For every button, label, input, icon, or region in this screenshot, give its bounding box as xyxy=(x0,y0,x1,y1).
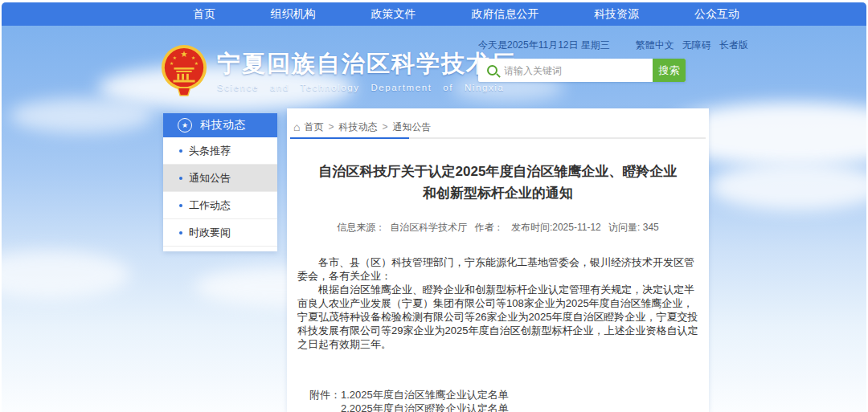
svg-text:★: ★ xyxy=(180,49,188,59)
sidebar: ★ 科技动态 头条推荐 通知公告 工作动态 时政要闻 xyxy=(163,113,277,251)
svg-text:★: ★ xyxy=(194,61,199,66)
cloud xyxy=(709,162,866,210)
top-navigation: 首页 组织机构 政策文件 政府信息公开 科技资源 公众互动 xyxy=(2,2,866,26)
link-accessibility[interactable]: 无障碍 xyxy=(682,39,711,52)
nav-item-policy-documents[interactable]: 政策文件 xyxy=(363,2,424,26)
site-logo[interactable]: ★ ★ ★ ★ ★ 宁夏回族自治区科学技术厅 Science and Techn… xyxy=(161,44,516,97)
current-date: 今天是2025年11月12日 星期三 xyxy=(478,39,610,52)
sidebar-item-notices[interactable]: 通知公告 xyxy=(163,165,277,192)
meta-publish-time: 发布时间:2025-11-12 xyxy=(511,222,601,233)
bullet-icon xyxy=(179,231,182,235)
nav-item-home[interactable]: 首页 xyxy=(185,2,223,26)
top-info-bar: 今天是2025年11月12日 星期三 繁體中文 无障碍 长者版 xyxy=(478,39,707,52)
site-subtitle: Science and Technology Department of Nin… xyxy=(217,83,516,92)
article-title-line2: 和创新型标杆企业的通知 xyxy=(309,182,686,204)
article-paragraph: 各市、县（区）科技管理部门，宁东能源化工基地管委会，银川经济技术开发区管委会，各… xyxy=(297,255,699,283)
meta-visit-count: 访问量: 345 xyxy=(608,222,659,233)
home-icon[interactable]: ⌂ xyxy=(293,121,300,133)
sidebar-item-work-updates[interactable]: 工作动态 xyxy=(163,192,277,219)
bullet-icon xyxy=(179,177,182,180)
attachment-link-eagle-list[interactable]: 1.2025年度自治区雏鹰企业认定名单 xyxy=(341,388,540,402)
sidebar-list: 头条推荐 通知公告 工作动态 时政要闻 xyxy=(163,137,277,251)
national-emblem-icon: ★ ★ ★ ★ ★ xyxy=(161,44,207,97)
sidebar-item-label: 工作动态 xyxy=(189,198,231,213)
page: 首页 组织机构 政策文件 政府信息公开 科技资源 公众互动 ★ ★ ★ ★ ★ xyxy=(0,0,868,412)
search-icon xyxy=(487,65,497,75)
star-circle-icon: ★ xyxy=(178,118,192,133)
nav-item-gov-info-disclosure[interactable]: 政府信息公开 xyxy=(463,2,547,26)
svg-text:★: ★ xyxy=(173,55,177,60)
attachments-label: 附件： xyxy=(309,388,341,412)
nav-item-sci-tech-resources[interactable]: 科技资源 xyxy=(586,2,647,26)
sidebar-item-label: 头条推荐 xyxy=(189,144,231,158)
bullet-icon xyxy=(179,204,182,207)
site-titles: 宁夏回族自治区科学技术厅 Science and Technology Depa… xyxy=(217,44,516,92)
article-title-line1: 自治区科技厅关于认定2025年度自治区雏鹰企业、瞪羚企业 xyxy=(309,161,686,182)
attachments: 附件： 1.2025年度自治区雏鹰企业认定名单 2.2025年度自治区瞪羚企业认… xyxy=(309,388,699,412)
breadcrumb-separator: > xyxy=(328,121,334,133)
link-traditional-chinese[interactable]: 繁體中文 xyxy=(636,39,674,52)
sidebar-item-current-politics[interactable]: 时政要闻 xyxy=(163,219,277,247)
sidebar-header: ★ 科技动态 xyxy=(163,113,277,137)
site-title: 宁夏回族自治区科学技术厅 xyxy=(217,50,516,77)
breadcrumb-separator: > xyxy=(382,121,387,133)
cloud xyxy=(2,251,130,299)
breadcrumb-sci-tech-news[interactable]: 科技动态 xyxy=(338,120,377,134)
breadcrumb-accent-bar xyxy=(290,137,409,139)
sidebar-item-label: 时政要闻 xyxy=(189,226,231,240)
breadcrumb-divider xyxy=(290,137,706,139)
svg-text:★: ★ xyxy=(170,61,174,66)
article-body: 各市、县（区）科技管理部门，宁东能源化工基地管委会，银川经济技术开发区管委会，各… xyxy=(297,255,699,351)
meta-source-value: 自治区科学技术厅 xyxy=(390,222,467,233)
nav-item-organization[interactable]: 组织机构 xyxy=(263,2,324,26)
breadcrumb-notices[interactable]: 通知公告 xyxy=(393,120,432,134)
search-box: 搜索 xyxy=(478,59,686,82)
sidebar-item-label: 通知公告 xyxy=(189,171,231,186)
article-meta: 信息来源：自治区科学技术厅 作者： 发布时间:2025-11-12 访问量: 3… xyxy=(287,221,709,235)
meta-author-label: 作者： xyxy=(475,222,504,233)
main-content: ⌂ 首页 > 科技动态 > 通知公告 自治区科技厅关于认定2025年度自治区雏鹰… xyxy=(287,108,709,412)
article-title: 自治区科技厅关于认定2025年度自治区雏鹰企业、瞪羚企业 和创新型标杆企业的通知 xyxy=(287,161,709,204)
link-elder-version[interactable]: 长者版 xyxy=(719,39,748,52)
attachment-link-gazelle-list[interactable]: 2.2025年度自治区瞪羚企业认定名单 xyxy=(341,402,540,412)
svg-text:★: ★ xyxy=(191,55,195,60)
nav-item-public-interaction[interactable]: 公众互动 xyxy=(686,2,747,26)
bullet-icon xyxy=(179,149,182,153)
article-paragraph: 根据自治区雏鹰企业、瞪羚企业和创新型标杆企业认定管理有关规定，决定认定半亩良人农… xyxy=(297,283,699,351)
attachment-list: 1.2025年度自治区雏鹰企业认定名单 2.2025年度自治区瞪羚企业认定名单 … xyxy=(341,388,540,412)
nav-row: 首页 组织机构 政策文件 政府信息公开 科技资源 公众互动 xyxy=(185,2,747,26)
sidebar-item-headline[interactable]: 头条推荐 xyxy=(163,137,277,165)
search-button[interactable]: 搜索 xyxy=(653,59,686,82)
breadcrumb-home[interactable]: 首页 xyxy=(304,120,323,134)
sidebar-title: 科技动态 xyxy=(200,118,245,133)
breadcrumb: ⌂ 首页 > 科技动态 > 通知公告 xyxy=(293,119,699,135)
search-input[interactable] xyxy=(478,59,653,82)
meta-source-label: 信息来源： xyxy=(337,222,385,233)
